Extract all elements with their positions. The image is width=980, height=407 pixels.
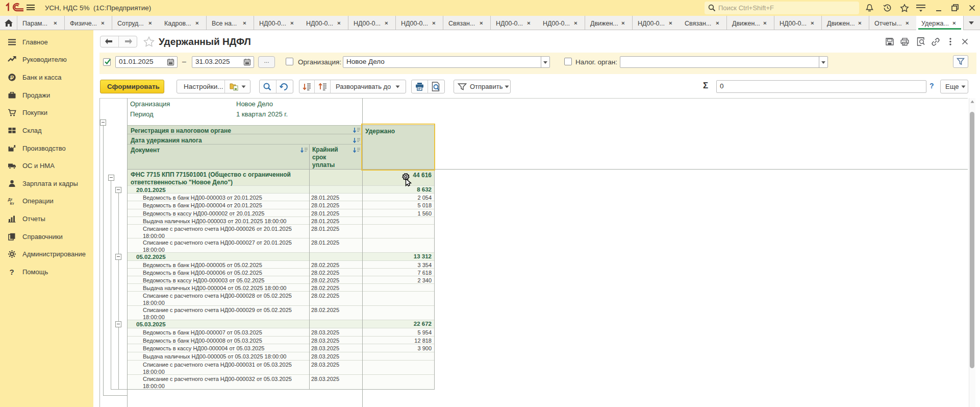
svg-text:P: P xyxy=(10,75,14,81)
svg-text:Кт: Кт xyxy=(10,201,15,206)
svg-text:?: ? xyxy=(10,268,14,276)
